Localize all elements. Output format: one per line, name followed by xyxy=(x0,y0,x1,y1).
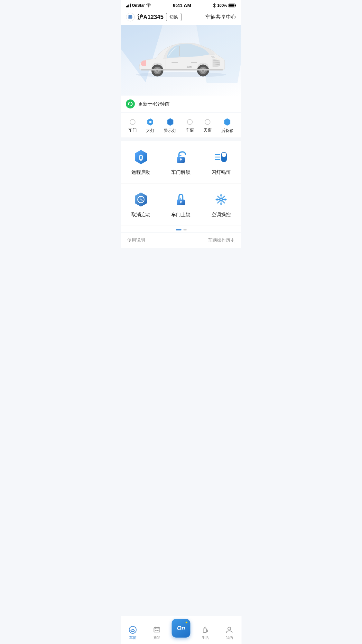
svg-rect-21 xyxy=(141,69,223,70)
svg-point-22 xyxy=(130,119,135,125)
ac-control-icon xyxy=(213,191,229,208)
remote-start-label: 远程启动 xyxy=(131,169,151,175)
status-item-headlight[interactable]: 大灯 xyxy=(146,118,154,134)
door-lock-label: 车门上锁 xyxy=(171,212,190,218)
car-illustration: 英朗 xyxy=(130,31,233,83)
refresh-arrow-icon xyxy=(127,101,133,107)
svg-rect-19 xyxy=(191,62,197,63)
svg-point-58 xyxy=(220,199,222,200)
page-dot-inactive xyxy=(183,229,187,230)
status-item-window[interactable]: 车窗 xyxy=(186,118,194,133)
status-time: 9:41 AM xyxy=(173,3,191,8)
svg-point-0 xyxy=(148,6,149,7)
control-grid: 远程启动 车门解锁 xyxy=(121,141,241,226)
signal-bar-1 xyxy=(126,6,127,7)
ac-control-button[interactable]: 空调操控 xyxy=(201,183,241,226)
window-label: 车窗 xyxy=(186,127,194,133)
remote-start-icon xyxy=(133,149,149,165)
status-bar: OnStar 9:41 AM 100% xyxy=(121,0,241,9)
signal-bar-2 xyxy=(127,5,128,7)
svg-point-7 xyxy=(128,17,132,19)
operation-history-link[interactable]: 车辆操作历史 xyxy=(208,238,235,243)
flash-horn-label: 闪灯鸣笛 xyxy=(211,169,231,175)
svg-text:英朗: 英朗 xyxy=(187,66,192,69)
bluetooth-icon xyxy=(213,3,216,8)
svg-rect-2 xyxy=(235,5,236,6)
status-right: 100% xyxy=(213,3,236,8)
sunroof-label: 天窗 xyxy=(203,127,212,133)
door-lock-button[interactable]: 车门上锁 xyxy=(161,183,201,226)
trunk-status-icon xyxy=(224,118,231,126)
window-status-icon xyxy=(187,118,193,126)
status-item-hazard[interactable]: 警示灯 xyxy=(164,118,176,134)
battery-icon xyxy=(228,4,236,7)
cancel-start-label: 取消启动 xyxy=(131,212,151,218)
svg-rect-51 xyxy=(181,202,181,203)
vehicle-share-center[interactable]: 车辆共享中心 xyxy=(205,14,236,21)
door-status-icon xyxy=(129,118,136,126)
hazard-status-icon xyxy=(167,118,174,126)
door-unlock-icon xyxy=(172,149,189,165)
svg-point-28 xyxy=(187,119,192,125)
status-item-trunk[interactable]: 后备箱 xyxy=(221,118,234,134)
page-dots xyxy=(121,226,241,232)
signal-bar-4 xyxy=(130,4,131,7)
svg-rect-52 xyxy=(180,198,181,200)
svg-point-48 xyxy=(140,199,141,200)
remote-start-button[interactable]: 远程启动 xyxy=(121,141,161,183)
switch-button[interactable]: 切换 xyxy=(166,13,181,21)
door-unlock-button[interactable]: 车门解锁 xyxy=(161,141,201,183)
buick-logo xyxy=(126,13,135,22)
door-unlock-label: 车门解锁 xyxy=(171,169,190,175)
car-hero-section: 英朗 xyxy=(121,25,241,96)
headlight-status-icon xyxy=(147,118,154,126)
signal-bars xyxy=(126,4,131,7)
door-label: 车门 xyxy=(128,127,137,133)
svg-rect-37 xyxy=(181,159,181,161)
sunroof-status-icon xyxy=(204,118,211,126)
header: 沪A12345 切换 车辆共享中心 xyxy=(121,9,241,25)
ac-control-label: 空调操控 xyxy=(211,212,231,218)
hazard-label: 警示灯 xyxy=(164,128,176,134)
signal-bar-3 xyxy=(128,5,129,7)
svg-point-29 xyxy=(205,119,210,125)
page-dot-active xyxy=(176,229,181,230)
svg-rect-34 xyxy=(140,156,142,157)
status-icons-row: 车门 大灯 警示灯 车窗 xyxy=(121,113,241,137)
wifi-icon xyxy=(146,4,151,7)
cancel-start-icon xyxy=(133,191,149,208)
door-lock-icon xyxy=(172,191,189,208)
links-row: 使用说明 车辆操作历史 xyxy=(121,233,241,248)
flash-horn-button[interactable]: 闪灯鸣笛 xyxy=(201,141,241,183)
svg-rect-18 xyxy=(172,62,178,63)
refresh-bar: 更新于4分钟前 xyxy=(121,96,241,112)
battery-percent: 100% xyxy=(217,3,227,8)
plate-number: 沪A12345 xyxy=(137,13,163,21)
trunk-label: 后备箱 xyxy=(221,128,234,134)
headlight-label: 大灯 xyxy=(146,128,154,134)
svg-point-43 xyxy=(222,153,226,157)
refresh-text: 更新于4分钟前 xyxy=(138,101,170,107)
svg-point-8 xyxy=(136,72,226,77)
car-image: 英朗 xyxy=(121,31,241,83)
svg-rect-25 xyxy=(150,121,151,123)
flash-horn-icon xyxy=(213,149,229,165)
status-item-sunroof[interactable]: 天窗 xyxy=(203,118,212,133)
status-item-door[interactable]: 车门 xyxy=(128,118,137,133)
usage-instructions-link[interactable]: 使用说明 xyxy=(127,238,145,243)
carrier-name: OnStar xyxy=(132,3,145,8)
svg-rect-38 xyxy=(178,155,181,156)
header-left: 沪A12345 切换 xyxy=(126,13,181,22)
status-left: OnStar xyxy=(126,3,151,8)
refresh-icon[interactable] xyxy=(126,99,135,108)
cancel-start-button[interactable]: 取消启动 xyxy=(121,183,161,226)
svg-rect-3 xyxy=(229,4,235,6)
